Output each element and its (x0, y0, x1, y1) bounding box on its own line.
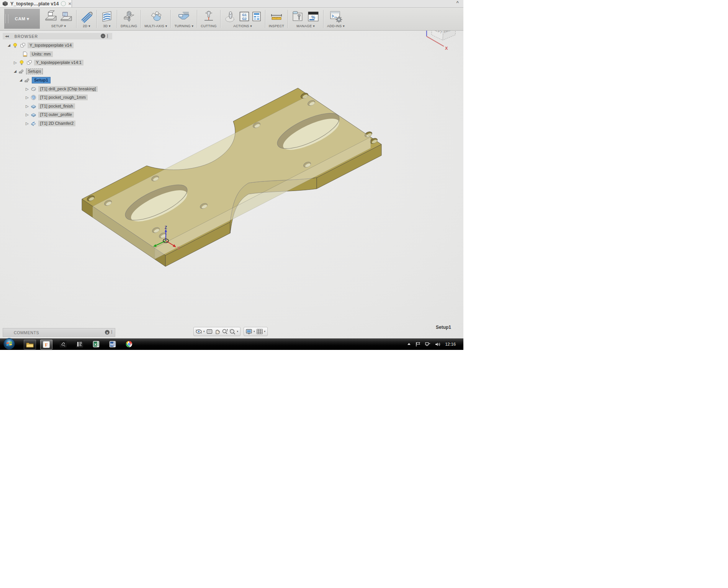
new-setup-icon[interactable] (44, 10, 57, 23)
panel-options-icon[interactable]: − (101, 34, 105, 38)
display-settings-icon[interactable] (245, 328, 252, 335)
taskbar-fusion360-button[interactable]: F (40, 340, 52, 350)
network-icon[interactable] (425, 342, 430, 347)
tree-item-label[interactable]: [T1] outer_profile (38, 112, 74, 118)
tree-item-label-selected[interactable]: Setup1 (32, 77, 51, 83)
document-tab[interactable]: Y_topstep…plate v14 × (0, 0, 72, 7)
viewport[interactable]: Z X TOP LEFT FRONT Z X (0, 31, 463, 338)
cutting-icon[interactable] (202, 10, 215, 23)
collapsed-arrow-icon[interactable]: ▷ (26, 104, 29, 108)
taskbar-app1-button[interactable] (57, 340, 69, 349)
tree-row-toolpath-chamfer[interactable]: ▷ [T1] 2D Chamfer2 (26, 119, 75, 127)
comments-bar[interactable]: COMMENTS ▴ ❙ (3, 328, 115, 337)
collapse-toolbar-chevron[interactable]: ^ (456, 0, 459, 5)
hidden-icons-arrow[interactable] (407, 343, 411, 346)
toolbar-group-turning-label[interactable]: TURNING ▾ (174, 24, 193, 28)
tree-row-toolpath-pocket-rough[interactable]: ▷ [T1] pocket_rough_1mm (26, 93, 88, 101)
toolbar-group-drilling-label[interactable]: DRILLING (121, 24, 137, 28)
tree-row-root[interactable]: ◢ Y_topstepperplate v14 (8, 41, 74, 49)
taskbar-explorer-button[interactable] (24, 340, 36, 350)
app1-icon (60, 341, 67, 348)
drilling-icon[interactable] (123, 10, 136, 23)
measure-icon[interactable] (270, 10, 283, 23)
workspace-switcher-cam[interactable]: CAM ▾ (4, 9, 40, 29)
toolbar-group-manage-label[interactable]: MANAGE ▾ (296, 24, 315, 28)
tree-item-label[interactable]: Units: mm (30, 51, 53, 57)
taskbar-word-button[interactable]: W (107, 340, 118, 349)
svg-text:%: % (311, 15, 315, 20)
3d-milling-icon[interactable] (100, 10, 113, 23)
toolbar-group-setup-label[interactable]: SETUP ▾ (51, 24, 66, 28)
nav-group-view: ▾ ▾ (193, 327, 240, 336)
viewcube[interactable]: TOP LEFT FRONT Z X (424, 31, 456, 51)
tree-item-label[interactable]: [T1] drill_peck [Chip breaking] (38, 86, 98, 92)
tree-row-toolpath-outer-profile[interactable]: ▷ [T1] outer_profile (26, 111, 74, 118)
comments-resize-grip[interactable]: ❙ (110, 330, 113, 334)
setup-library-icon[interactable] (60, 10, 73, 23)
comments-expand-icon[interactable]: ▴ (105, 330, 110, 335)
pan-icon[interactable] (214, 328, 221, 335)
toolbar-group-2d-label[interactable]: 2D ▾ (83, 24, 90, 28)
svg-text:G1: G1 (242, 13, 247, 17)
collapsed-arrow-icon[interactable]: ▷ (14, 60, 17, 65)
toolbar-group-cutting-label[interactable]: CUTTING (201, 24, 216, 28)
tree-item-label[interactable]: [T1] 2D Chamfer2 (38, 121, 75, 126)
toolbar-group-inspect-label[interactable]: INSPECT (269, 24, 284, 28)
toolbar-group-addins-label[interactable]: ADD-INS ▾ (327, 24, 345, 28)
zoom-window-icon[interactable] (229, 328, 236, 335)
grid-dropdown-icon[interactable]: ▾ (264, 330, 266, 333)
expand-arrow-icon[interactable]: ◢ (8, 43, 10, 47)
tree-row-units[interactable]: Units: mm (22, 50, 53, 58)
start-button[interactable] (3, 338, 15, 350)
post-process-icon[interactable] (224, 10, 237, 23)
visibility-bulb-icon[interactable] (19, 60, 25, 65)
scripts-addins-icon[interactable] (329, 10, 342, 23)
turning-icon[interactable] (177, 10, 190, 23)
tree-item-label[interactable]: [T1] pocket_rough_1mm (38, 95, 88, 100)
tree-row-setup1[interactable]: ◢ Setup1 (20, 76, 51, 84)
collapsed-arrow-icon[interactable]: ▷ (26, 113, 29, 117)
volume-icon[interactable] (435, 342, 440, 347)
zoom-window-dropdown-icon[interactable]: ▾ (237, 330, 239, 333)
tree-row-setups-folder[interactable]: ◢ Setups (14, 67, 43, 75)
action-center-flag-icon[interactable] (416, 342, 420, 347)
feeds-speeds-icon[interactable]: % (307, 10, 320, 23)
tree-item-label[interactable]: Setups (26, 69, 43, 74)
taskbar-app2-button[interactable] (74, 340, 85, 349)
toolbar-group-multiaxis-label[interactable]: MULTI-AXIS ▾ (144, 24, 167, 28)
toolbar-divider (117, 10, 117, 28)
3d-scene: Z X TOP LEFT FRONT Z X (0, 31, 463, 338)
zoom-icon[interactable] (221, 328, 228, 335)
tab-close-icon[interactable]: × (68, 2, 71, 6)
tool-library-icon[interactable] (291, 10, 304, 23)
collapsed-arrow-icon[interactable]: ▷ (26, 121, 29, 126)
collapse-panel-icon[interactable]: ◀◀ (5, 35, 8, 38)
expand-arrow-icon[interactable]: ◢ (14, 69, 16, 73)
taskbar-excel-button[interactable]: X (90, 340, 102, 349)
collapsed-arrow-icon[interactable]: ▷ (26, 87, 29, 91)
taskbar-clock[interactable]: 12:16 (445, 342, 456, 346)
2d-milling-icon[interactable] (80, 10, 93, 23)
multi-axis-icon[interactable] (149, 10, 162, 23)
setup-sheet-icon[interactable] (252, 10, 262, 23)
tree-row-toolpath-pocket-finish[interactable]: ▷ [T1] pocket_finish (26, 102, 75, 110)
grid-icon[interactable] (256, 328, 263, 335)
tree-row-toolpath-drill[interactable]: ▷ [T1] drill_peck [Chip breaking] (26, 85, 98, 93)
toolbar-group-3d-label[interactable]: 3D ▾ (103, 24, 110, 28)
g1g2-icon[interactable]: G1G2 (239, 10, 249, 23)
orbit-dropdown-icon[interactable]: ▾ (203, 330, 205, 333)
taskbar-chrome-button[interactable] (123, 340, 135, 349)
tree-item-label[interactable]: Y_topstepperplate v14 (28, 42, 74, 48)
visibility-bulb-icon[interactable] (12, 42, 18, 48)
look-at-icon[interactable] (206, 328, 213, 335)
tree-item-label[interactable]: Y_topstepperplate v14:1 (34, 60, 83, 65)
tree-row-component-instance[interactable]: ▷ Y_topstepperplate v14:1 (14, 59, 83, 66)
tree-item-label[interactable]: [T1] pocket_finish (38, 103, 75, 109)
panel-resize-grip[interactable]: ❙ (106, 34, 109, 38)
browser-header[interactable]: ◀◀ BROWSER − ❙ (3, 33, 112, 39)
toolbar-group-actions-label[interactable]: ACTIONS ▾ (233, 24, 252, 28)
collapsed-arrow-icon[interactable]: ▷ (26, 95, 29, 100)
display-dropdown-icon[interactable]: ▾ (254, 330, 255, 333)
orbit-icon[interactable] (195, 328, 202, 335)
expand-arrow-icon[interactable]: ◢ (20, 78, 22, 82)
